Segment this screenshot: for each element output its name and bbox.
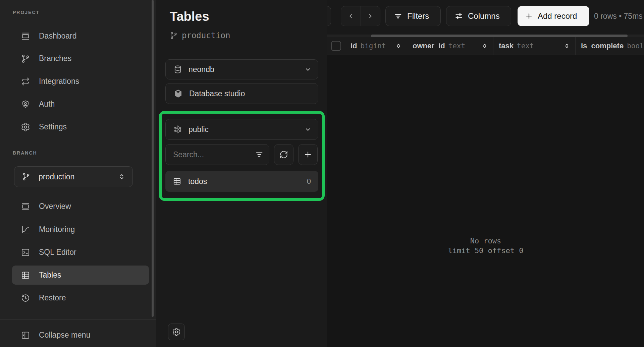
rows-info: 0 rows • 75ms [594,0,643,32]
sidebar-item-label: Integrations [39,77,79,86]
sidebar-item-label: Overview [39,202,71,211]
horizontal-scrollbar-thumb[interactable] [371,35,628,37]
column-name: id [351,42,357,50]
sidebar: PROJECT Dashboard Branches Int [0,0,156,347]
sidebar-item-integrations[interactable]: Integrations [12,72,149,91]
columns-label: Columns [468,11,500,21]
pagination-group [341,6,380,26]
column-header-owner-id[interactable]: owner_id text [407,37,493,55]
column-name: task [499,42,514,50]
column-type: text [448,42,466,50]
chevrons-up-down-icon [118,173,126,181]
breadcrumb-branch: production [170,31,230,40]
sidebar-item-label: Monitoring [39,225,75,234]
sidebar-item-auth[interactable]: Auth [12,95,149,114]
branch-selector[interactable]: production [14,166,133,187]
branch-icon [22,172,31,181]
monitoring-chart-icon [21,225,30,234]
table-list-item-todos[interactable]: todos 0 [165,171,318,192]
grid-body: No rows limit 50 offset 0 [327,55,644,347]
chevron-left-icon [347,12,355,20]
chevron-down-icon [304,125,312,133]
sidebar-item-label: SQL Editor [39,248,76,257]
sidebar-item-label: Settings [39,122,67,131]
branch-icon [170,32,178,40]
plus-icon [525,12,533,20]
column-type: bigint [361,42,386,50]
select-all-cell [327,37,345,55]
filter-icon [394,12,402,20]
branch-name: production [182,31,230,40]
gear-icon [172,328,181,336]
refresh-icon [279,150,288,159]
restore-history-icon [21,293,30,303]
column-name: is_complete [581,42,624,50]
sidebar-item-dashboard[interactable]: Dashboard [12,26,149,46]
table-name: todos [188,177,207,186]
table-search [165,144,269,165]
database-studio-label: Database studio [189,89,245,98]
add-table-button[interactable] [298,144,318,165]
sidebar-item-settings[interactable]: Settings [12,117,149,136]
columns-sliders-icon [454,12,463,20]
project-section-label: PROJECT [13,10,40,15]
tables-grid-icon [21,271,30,280]
empty-state: No rows limit 50 offset 0 [327,236,644,255]
database-selector[interactable]: neondb [165,59,318,79]
dashboard-icon [21,32,30,41]
database-studio-cube-icon [173,89,183,99]
sidebar-item-overview[interactable]: Overview [12,197,149,216]
collapse-panel-icon [21,331,30,340]
sidebar-item-tables[interactable]: Tables [12,266,149,285]
add-record-label: Add record [538,11,577,21]
sidebar-item-sql-editor[interactable]: SQL Editor [12,243,149,262]
sidebar-scrollbar[interactable] [152,0,154,317]
schema-selector[interactable]: public [165,119,318,140]
column-name: owner_id [413,42,445,50]
select-all-checkbox[interactable] [331,41,341,51]
schema-icon [173,125,182,134]
sidebar-item-label: Tables [39,271,61,280]
column-header-task[interactable]: task text [493,37,576,55]
sidebar-item-label: Restore [39,293,66,302]
database-studio-button[interactable]: Database studio [165,83,318,104]
chevron-down-icon [304,65,312,73]
auth-shield-icon [21,100,30,109]
filters-button[interactable]: Filters [385,6,441,26]
sort-icon [395,42,402,50]
previous-page-button[interactable] [341,6,361,26]
column-header-is-complete[interactable]: is_complete bool [576,37,644,55]
tables-panel: Tables production neondb [156,0,327,347]
table-icon [173,177,181,186]
grid-header-row: id bigint owner_id text task text [327,37,644,55]
clipped-toolbar-button[interactable] [327,6,331,26]
search-input[interactable] [173,150,255,159]
sidebar-divider [0,319,156,320]
column-type: text [517,42,534,50]
sidebar-item-label: Auth [39,100,55,109]
chevron-right-icon [367,12,374,20]
columns-button[interactable]: Columns [446,6,511,26]
filter-icon[interactable] [255,150,264,159]
sidebar-item-restore[interactable]: Restore [12,288,149,307]
sidebar-item-branches[interactable]: Branches [12,49,149,68]
database-icon [173,65,182,74]
app-window: PROJECT Dashboard Branches Int [0,0,644,347]
column-header-id[interactable]: id bigint [345,37,407,55]
add-record-button[interactable]: Add record [518,6,589,26]
empty-state-line1: No rows [327,236,644,246]
collapse-menu-label: Collapse menu [39,331,90,340]
sidebar-item-monitoring[interactable]: Monitoring [12,220,149,239]
sort-icon [481,42,488,50]
data-grid-panel: Filters Columns Add record 0 rows • 75ms… [327,0,644,347]
branch-selector-value: production [39,172,74,181]
collapse-menu-button[interactable]: Collapse menu [12,326,149,345]
horizontal-scrollbar [327,35,644,37]
integrations-icon [21,77,30,86]
refresh-button[interactable] [274,144,293,165]
column-type: bool [627,42,644,50]
next-page-button[interactable] [361,6,380,26]
panel-settings-button[interactable] [168,324,185,340]
database-name: neondb [189,65,214,74]
gear-icon [21,122,30,132]
